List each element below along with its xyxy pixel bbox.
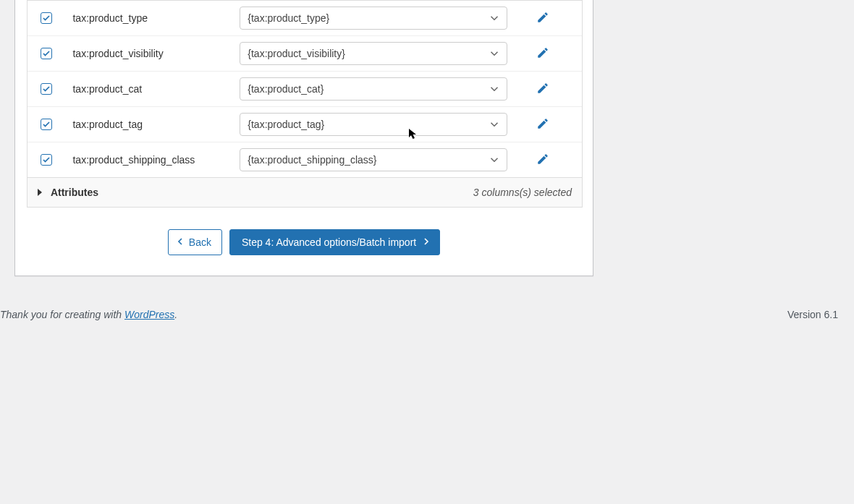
wizard-buttons: Back Step 4: Advanced options/Batch impo…: [15, 208, 593, 276]
section-title: Attributes: [51, 187, 98, 198]
attributes-section-header[interactable]: Attributes 3 columns(s) selected: [27, 178, 583, 208]
next-label: Step 4: Advanced options/Batch import: [242, 236, 416, 248]
version-label: Version 6.1: [787, 309, 838, 320]
caret-right-icon: [38, 189, 42, 196]
main-panel: tax:product_type {tax:product_type} tax:…: [14, 0, 593, 276]
footer-thanks: Thank you for creating with WordPress.: [0, 309, 177, 320]
chevron-down-icon: [486, 116, 502, 132]
pencil-icon[interactable]: [536, 82, 549, 95]
chevron-left-icon: [174, 236, 186, 249]
select-value: {tax:product_tag}: [248, 119, 486, 130]
chevron-right-icon: [420, 236, 432, 249]
chevron-down-icon: [486, 10, 502, 26]
columns-selected-count: 3 columns(s) selected: [473, 187, 572, 198]
pencil-icon[interactable]: [536, 11, 549, 24]
mapping-select[interactable]: {tax:product_type}: [240, 7, 507, 30]
field-label: tax:product_shipping_class: [65, 142, 232, 177]
select-value: {tax:product_type}: [248, 12, 486, 24]
select-value: {tax:product_shipping_class}: [248, 154, 486, 166]
mapping-select[interactable]: {tax:product_shipping_class}: [240, 148, 507, 171]
pencil-icon[interactable]: [536, 46, 549, 59]
mapping-select[interactable]: {tax:product_cat}: [240, 77, 507, 101]
chevron-down-icon: [486, 152, 502, 168]
row-checkbox[interactable]: [41, 119, 52, 130]
mapping-select[interactable]: {tax:product_tag}: [240, 113, 507, 136]
select-value: {tax:product_cat}: [248, 83, 486, 95]
row-checkbox[interactable]: [41, 154, 52, 166]
table-row: tax:product_shipping_class {tax:product_…: [28, 142, 582, 177]
wordpress-link[interactable]: WordPress: [124, 309, 174, 320]
field-label: tax:product_visibility: [65, 35, 232, 71]
table-row: tax:product_cat {tax:product_cat}: [28, 71, 582, 106]
back-label: Back: [189, 236, 211, 248]
chevron-down-icon: [486, 81, 502, 97]
row-checkbox[interactable]: [41, 12, 52, 24]
table-row: tax:product_visibility {tax:product_visi…: [28, 35, 582, 71]
back-button[interactable]: Back: [168, 229, 222, 255]
chevron-down-icon: [486, 46, 502, 61]
mapping-table: tax:product_type {tax:product_type} tax:…: [27, 0, 583, 178]
field-label: tax:product_type: [65, 1, 232, 35]
select-value: {tax:product_visibility}: [248, 48, 486, 59]
next-step-button[interactable]: Step 4: Advanced options/Batch import: [229, 229, 440, 255]
row-checkbox[interactable]: [41, 48, 52, 59]
field-label: tax:product_tag: [65, 106, 232, 142]
table-row: tax:product_type {tax:product_type}: [28, 1, 582, 35]
admin-footer: Thank you for creating with WordPress. V…: [0, 309, 854, 320]
pencil-icon[interactable]: [536, 117, 549, 130]
table-row: tax:product_tag {tax:product_tag}: [28, 106, 582, 142]
field-label: tax:product_cat: [65, 71, 232, 106]
row-checkbox[interactable]: [41, 83, 52, 95]
mapping-select[interactable]: {tax:product_visibility}: [240, 42, 507, 65]
pencil-icon[interactable]: [536, 153, 549, 166]
